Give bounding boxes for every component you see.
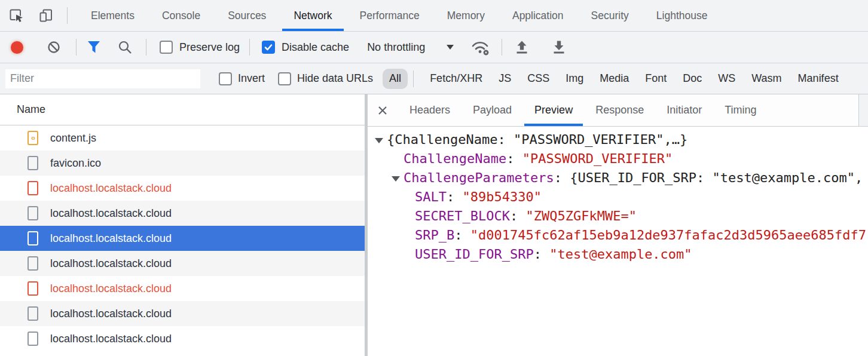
import-har-icon[interactable] xyxy=(514,39,530,55)
request-name: localhost.localstack.cloud xyxy=(50,333,172,345)
invert-label[interactable]: Invert xyxy=(238,72,265,85)
document-file-icon xyxy=(27,181,38,195)
request-name: localhost.localstack.cloud xyxy=(50,182,172,195)
detail-tabbar: HeadersPayloadPreviewResponseInitiatorTi… xyxy=(368,94,868,127)
table-row[interactable]: localhost.localstack.cloud xyxy=(0,201,365,226)
inspect-cursor-icon[interactable] xyxy=(8,8,24,23)
preserve-log-checkbox[interactable] xyxy=(160,41,173,54)
search-icon[interactable] xyxy=(117,39,133,55)
filter-type-img[interactable]: Img xyxy=(566,72,583,85)
detail-tab-timing[interactable]: Timing xyxy=(713,94,768,126)
request-name: localhost.localstack.cloud xyxy=(50,257,172,270)
json-tree-line[interactable]: {ChallengeName: "PASSWORD_VERIFIER",…} xyxy=(368,130,868,149)
record-icon[interactable] xyxy=(11,41,23,54)
expander-triangle-icon[interactable] xyxy=(375,130,387,149)
hide-data-urls-label[interactable]: Hide data URLs xyxy=(297,72,373,85)
detail-tab-preview[interactable]: Preview xyxy=(523,94,584,126)
devtools-window: ElementsConsoleSourcesNetworkPerformance… xyxy=(0,0,868,356)
json-key: SECRET_BLOCK xyxy=(415,208,510,223)
toolbar-divider xyxy=(502,39,502,56)
network-main-area: Name ‹›content.jsfavicon.icolocalhost.lo… xyxy=(0,94,868,356)
json-tree-line[interactable]: ChallengeName: "PASSWORD_VERIFIER" xyxy=(368,149,868,168)
filter-input[interactable] xyxy=(5,69,200,88)
name-column-header[interactable]: Name xyxy=(0,94,365,125)
filter-type-all[interactable]: All xyxy=(383,69,408,89)
filter-bar: Invert Hide data URLs AllFetch/XHRJSCSSI… xyxy=(0,63,868,94)
tab-security[interactable]: Security xyxy=(577,0,643,31)
request-name: localhost.localstack.cloud xyxy=(50,283,172,295)
disable-cache-label[interactable]: Disable cache xyxy=(282,41,349,54)
table-row[interactable]: localhost.localstack.cloud xyxy=(0,176,365,201)
table-row[interactable]: localhost.localstack.cloud xyxy=(0,251,365,276)
tab-memory[interactable]: Memory xyxy=(433,0,499,31)
filter-type-fetchxhr[interactable]: Fetch/XHR xyxy=(430,72,482,85)
filter-type-doc[interactable]: Doc xyxy=(683,72,702,85)
json-string-value: "PASSWORD_VERIFIER" xyxy=(522,151,673,166)
toolbar-divider xyxy=(146,39,146,56)
filter-type-ws[interactable]: WS xyxy=(718,72,735,85)
json-tree-line[interactable]: USER_ID_FOR_SRP: "test@example.com" xyxy=(368,245,868,264)
export-har-icon[interactable] xyxy=(551,39,567,55)
detail-tab-payload[interactable]: Payload xyxy=(461,94,523,126)
json-key: ChallengeName xyxy=(404,151,506,166)
request-name: localhost.localstack.cloud xyxy=(50,207,172,220)
json-preview-tree: {ChallengeName: "PASSWORD_VERIFIER",…}Ch… xyxy=(368,127,868,356)
json-tree-line[interactable]: SRP_B: "d001745fc62af15eb9a12de937fafac2… xyxy=(368,226,868,245)
json-key: SRP_B xyxy=(415,228,454,243)
close-icon[interactable] xyxy=(375,94,390,126)
table-row[interactable]: localhost.localstack.cloud xyxy=(0,276,365,301)
table-row[interactable]: localhost.localstack.cloud xyxy=(0,326,365,351)
filter-type-manifest[interactable]: Manifest xyxy=(798,72,839,85)
json-key: USER_ID_FOR_SRP xyxy=(415,247,534,262)
clear-icon[interactable] xyxy=(47,41,60,54)
expander-triangle-icon[interactable] xyxy=(392,168,404,188)
throttling-value: No throttling xyxy=(367,41,425,54)
json-tree-line[interactable]: SECRET_BLOCK: "ZWQ5ZGFkMWE=" xyxy=(368,207,868,226)
filter-type-js[interactable]: JS xyxy=(499,72,511,85)
hide-data-urls-checkbox[interactable] xyxy=(278,72,291,85)
json-tree-line[interactable]: SALT: "89b54330" xyxy=(368,188,868,207)
network-conditions-icon[interactable] xyxy=(470,38,491,56)
table-row[interactable]: favicon.ico xyxy=(0,151,365,176)
filter-funnel-icon[interactable] xyxy=(86,40,102,54)
filter-type-css[interactable]: CSS xyxy=(527,72,549,85)
json-text: : xyxy=(554,170,570,185)
table-row[interactable]: localhost.localstack.cloud xyxy=(0,301,365,326)
filter-type-font[interactable]: Font xyxy=(645,72,667,85)
toolbar-divider xyxy=(249,39,250,56)
json-key: SALT xyxy=(415,189,447,204)
network-toolbar: Preserve log Disable cache No throttling xyxy=(0,32,868,63)
tab-console[interactable]: Console xyxy=(148,0,214,31)
tab-sources[interactable]: Sources xyxy=(214,0,280,31)
throttling-select[interactable]: No throttling xyxy=(367,41,454,54)
document-file-icon xyxy=(27,231,38,245)
document-file-icon xyxy=(27,206,38,220)
preserve-log-label[interactable]: Preserve log xyxy=(179,41,240,54)
tabbar-icons xyxy=(0,0,68,31)
table-row[interactable]: localhost.localstack.cloud xyxy=(0,226,365,251)
device-toolbar-icon[interactable] xyxy=(38,8,54,23)
detail-tab-headers[interactable]: Headers xyxy=(398,94,461,126)
detail-tab-response[interactable]: Response xyxy=(584,94,655,126)
tab-application[interactable]: Application xyxy=(499,0,577,31)
json-tree-line[interactable]: ChallengeParameters: {USER_ID_FOR_SRP: "… xyxy=(368,168,868,188)
disable-cache-checkbox[interactable] xyxy=(262,41,275,54)
tab-performance[interactable]: Performance xyxy=(346,0,433,31)
request-detail-panel: HeadersPayloadPreviewResponseInitiatorTi… xyxy=(368,94,868,356)
toolbar-divider xyxy=(76,39,77,56)
toolbar-divider xyxy=(67,7,68,24)
tab-elements[interactable]: Elements xyxy=(77,0,148,31)
json-key: ChallengeParameters xyxy=(404,170,554,185)
filter-type-media[interactable]: Media xyxy=(600,72,629,85)
invert-checkbox[interactable] xyxy=(219,72,232,85)
table-row[interactable]: ‹›content.js xyxy=(0,125,365,151)
document-file-icon xyxy=(27,306,38,321)
tab-lighthouse[interactable]: Lighthouse xyxy=(643,0,722,31)
request-name: favicon.ico xyxy=(50,157,101,170)
document-file-icon xyxy=(27,256,38,271)
detail-tab-initiator[interactable]: Initiator xyxy=(655,94,713,126)
filter-type-wasm[interactable]: Wasm xyxy=(751,72,781,85)
tab-network[interactable]: Network xyxy=(280,0,346,31)
json-text: : xyxy=(506,151,522,166)
json-text: {USER_ID_FOR_SRP: "test@example.com", xyxy=(570,170,863,185)
